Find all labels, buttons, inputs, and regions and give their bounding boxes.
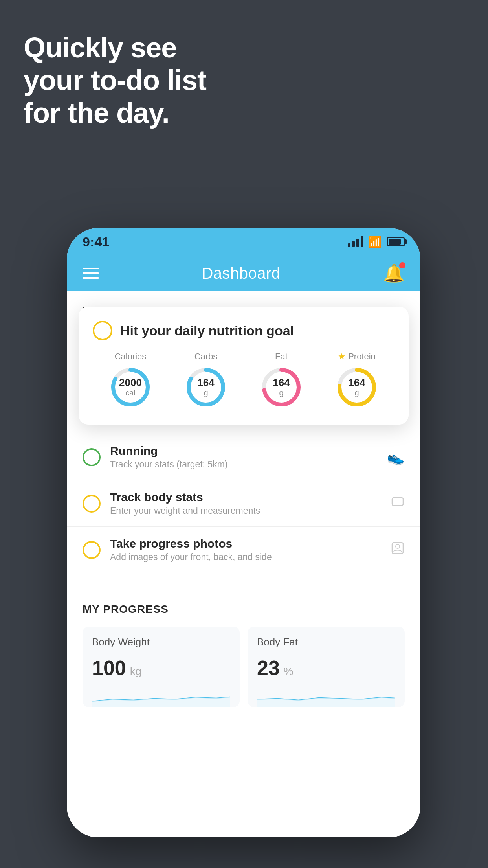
calories-unit: cal <box>119 388 142 397</box>
nutrition-card[interactable]: Hit your daily nutrition goal Calories 2… <box>79 307 409 425</box>
macro-protein-label: ★ Protein <box>338 351 376 362</box>
star-icon: ★ <box>338 351 346 362</box>
progress-section: MY PROGRESS Body Weight 100 kg <box>67 589 420 721</box>
status-time: 9:41 <box>83 234 109 250</box>
svg-marker-14 <box>257 697 395 707</box>
body-weight-title: Body Weight <box>92 636 230 648</box>
todo-circle-photos <box>83 541 101 559</box>
macro-carbs-label: Carbs <box>194 351 218 362</box>
todo-info-photos: Take progress photos Add images of your … <box>110 537 381 563</box>
nutrition-checkbox[interactable] <box>93 321 112 340</box>
running-icon: 👟 <box>387 449 405 465</box>
carbs-chart: 164 g <box>184 366 227 409</box>
calories-value: 2000 <box>119 377 142 388</box>
todo-sub-body-stats: Enter your weight and measurements <box>110 506 381 516</box>
body-weight-unit: kg <box>130 665 142 678</box>
todo-sub-running: Track your stats (target: 5km) <box>110 459 378 470</box>
macro-carbs: Carbs 164 g <box>184 351 227 409</box>
status-bar: 9:41 📶 <box>67 228 420 256</box>
todo-name-running: Running <box>110 444 378 458</box>
headline-line2: your to-do list <box>24 64 206 97</box>
status-icons: 📶 <box>348 235 405 248</box>
todo-sub-photos: Add images of your front, back, and side <box>110 552 381 563</box>
battery-icon <box>387 237 405 246</box>
wifi-icon: 📶 <box>368 235 382 248</box>
macro-fat-label: Fat <box>275 351 288 362</box>
todo-item-body-stats[interactable]: Track body stats Enter your weight and m… <box>67 480 420 527</box>
todo-info-running: Running Track your stats (target: 5km) <box>110 444 378 470</box>
progress-cards: Body Weight 100 kg Body Fat <box>83 627 405 707</box>
fat-value: 164 <box>273 377 290 388</box>
body-weight-value: 100 <box>92 656 126 680</box>
todo-name-body-stats: Track body stats <box>110 491 381 504</box>
todo-item-running[interactable]: Running Track your stats (target: 5km) 👟 <box>67 434 420 480</box>
todo-item-photos[interactable]: Take progress photos Add images of your … <box>67 527 420 573</box>
todo-list: Running Track your stats (target: 5km) 👟… <box>67 434 420 573</box>
scale-icon <box>391 495 405 512</box>
progress-title: MY PROGRESS <box>83 603 405 616</box>
body-weight-card[interactable]: Body Weight 100 kg <box>83 627 240 707</box>
nav-title: Dashboard <box>202 265 280 282</box>
calories-chart: 2000 cal <box>109 366 152 409</box>
carbs-value: 164 <box>197 377 214 388</box>
phone-content: THINGS TO DO TODAY Hit your daily nutrit… <box>67 291 420 837</box>
hamburger-menu[interactable] <box>83 268 99 279</box>
macro-calories-label: Calories <box>115 351 147 362</box>
macro-fat: Fat 164 g <box>260 351 303 409</box>
protein-value: 164 <box>348 377 365 388</box>
protein-unit: g <box>348 388 365 397</box>
todo-info-body-stats: Track body stats Enter your weight and m… <box>110 491 381 516</box>
body-weight-sparkline <box>92 688 230 707</box>
body-fat-unit: % <box>284 665 294 678</box>
macros-row: Calories 2000 cal Carbs <box>93 351 394 409</box>
body-fat-sparkline <box>257 688 395 707</box>
todo-circle-running <box>83 448 101 466</box>
phone-mockup: 9:41 📶 Dashboard 🔔 THINGS TO DO TOD <box>67 228 420 837</box>
headline-line1: Quickly see <box>24 31 206 64</box>
signal-icon <box>348 236 363 247</box>
bell-icon[interactable]: 🔔 <box>383 263 405 283</box>
todo-name-photos: Take progress photos <box>110 537 381 550</box>
svg-point-12 <box>396 544 400 548</box>
nav-bar: Dashboard 🔔 <box>67 256 420 291</box>
headline: Quickly see your to-do list for the day. <box>24 31 206 129</box>
body-fat-value: 23 <box>257 656 280 680</box>
fat-chart: 164 g <box>260 366 303 409</box>
notification-dot <box>399 262 405 268</box>
fat-unit: g <box>273 388 290 397</box>
todo-circle-body-stats <box>83 495 101 513</box>
person-icon <box>391 541 405 559</box>
protein-chart: 164 g <box>335 366 378 409</box>
body-fat-card[interactable]: Body Fat 23 % <box>248 627 405 707</box>
macro-protein: ★ Protein 164 g <box>335 351 378 409</box>
macro-calories: Calories 2000 cal <box>109 351 152 409</box>
headline-line3: for the day. <box>24 97 206 129</box>
carbs-unit: g <box>197 388 214 397</box>
nutrition-card-title: Hit your daily nutrition goal <box>120 323 294 338</box>
body-fat-title: Body Fat <box>257 636 395 648</box>
